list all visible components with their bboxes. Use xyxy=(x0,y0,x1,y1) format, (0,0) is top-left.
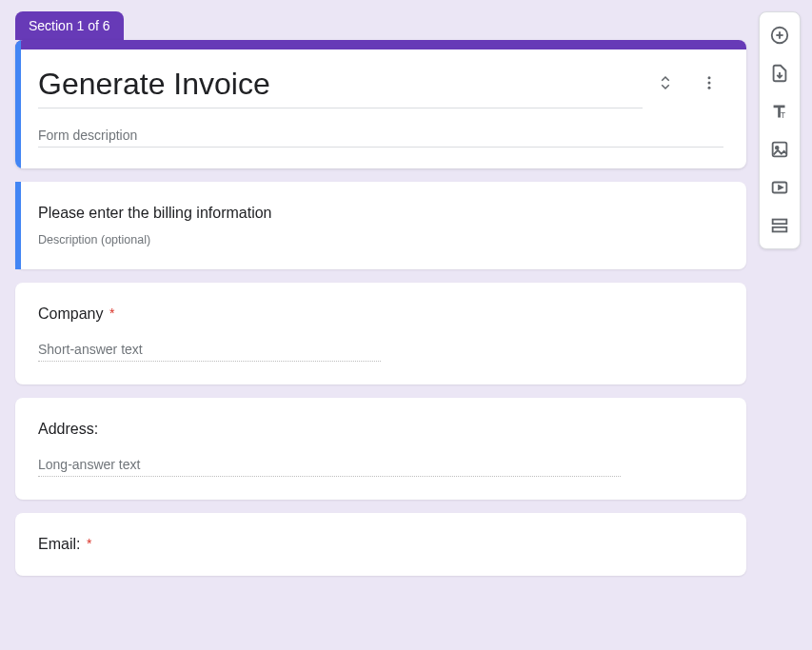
add-image-button[interactable] xyxy=(762,132,797,167)
collapse-section-button[interactable] xyxy=(655,72,676,93)
section-icon xyxy=(769,215,790,236)
svg-point-2 xyxy=(708,87,711,89)
question-card[interactable]: Email: * xyxy=(15,513,746,576)
form-description-input[interactable] xyxy=(38,122,723,148)
required-star: * xyxy=(109,305,114,321)
question-card[interactable]: Company *Short-answer text xyxy=(15,283,746,384)
add-question-button[interactable] xyxy=(762,18,797,52)
block-title: Please enter the billing information xyxy=(38,205,723,222)
import-file-icon xyxy=(769,63,790,84)
image-icon xyxy=(769,139,790,160)
svg-point-0 xyxy=(708,76,711,79)
section-tab: Section 1 of 6 xyxy=(15,11,124,40)
answer-placeholder: Short-answer text xyxy=(38,342,381,362)
block-description-placeholder: Description (optional) xyxy=(38,233,723,246)
floating-toolbar: T xyxy=(759,11,801,249)
title-description-card[interactable]: Please enter the billing information Des… xyxy=(15,182,746,269)
svg-point-1 xyxy=(708,82,711,85)
form-header-card[interactable] xyxy=(15,40,746,168)
header-accent-bar xyxy=(15,40,746,49)
question-card[interactable]: Address:Long-answer text xyxy=(15,398,746,500)
question-label: Address: xyxy=(38,421,723,438)
collapse-icon xyxy=(657,74,674,91)
answer-placeholder: Long-answer text xyxy=(38,457,621,477)
svg-point-8 xyxy=(776,147,779,149)
active-indicator xyxy=(15,182,21,269)
question-label: Email: * xyxy=(38,536,723,553)
svg-text:T: T xyxy=(781,111,785,120)
text-title-icon: T xyxy=(769,101,790,122)
add-title-button[interactable]: T xyxy=(762,94,797,128)
plus-circle-icon xyxy=(769,25,790,46)
import-questions-button[interactable] xyxy=(762,56,797,90)
more-vert-icon xyxy=(701,74,718,91)
question-label: Company * xyxy=(38,305,723,323)
svg-rect-11 xyxy=(773,220,787,225)
add-section-button[interactable] xyxy=(762,208,797,243)
svg-marker-10 xyxy=(779,186,782,189)
svg-rect-12 xyxy=(773,227,787,232)
required-star: * xyxy=(87,536,91,551)
more-options-button[interactable] xyxy=(699,72,720,93)
video-icon xyxy=(769,177,790,198)
form-title-input[interactable] xyxy=(38,67,643,108)
add-video-button[interactable] xyxy=(762,170,797,205)
